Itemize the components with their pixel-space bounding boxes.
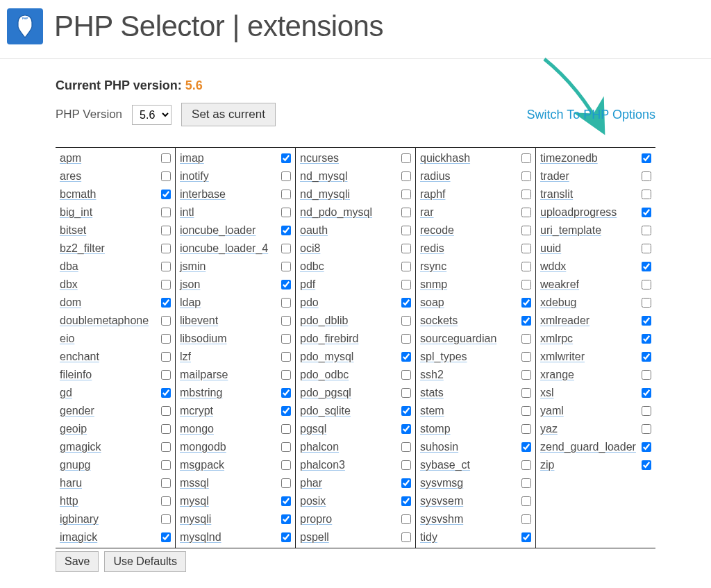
extension-name-link[interactable]: sysvmsg [420, 477, 463, 489]
extension-checkbox[interactable] [521, 460, 531, 470]
extension-name-link[interactable]: dom [60, 296, 81, 309]
extension-checkbox[interactable] [161, 442, 171, 452]
extension-checkbox[interactable] [281, 442, 291, 452]
extension-checkbox[interactable] [161, 316, 171, 326]
extension-name-link[interactable]: libsodium [180, 333, 227, 345]
extension-name-link[interactable]: sysvshm [420, 513, 463, 526]
extension-checkbox[interactable] [281, 208, 291, 217]
extension-name-link[interactable]: libevent [180, 314, 218, 327]
extension-checkbox[interactable] [401, 262, 411, 271]
extension-name-link[interactable]: uri_template [540, 224, 601, 237]
extension-name-link[interactable]: uuid [540, 242, 561, 255]
extension-name-link[interactable]: odbc [300, 260, 324, 273]
extension-name-link[interactable]: mysql [180, 495, 209, 507]
extension-name-link[interactable]: posix [300, 495, 326, 507]
extension-name-link[interactable]: nd_mysql [300, 170, 347, 183]
extension-checkbox[interactable] [521, 478, 531, 488]
extension-name-link[interactable]: pdo [300, 296, 319, 309]
extension-checkbox[interactable] [642, 153, 651, 163]
extension-checkbox[interactable] [281, 153, 291, 163]
extension-name-link[interactable]: sysvsem [420, 495, 463, 507]
extension-name-link[interactable]: propro [300, 513, 332, 526]
extension-name-link[interactable]: gnupg [60, 459, 91, 471]
extension-name-link[interactable]: sybase_ct [420, 459, 470, 471]
extension-checkbox[interactable] [161, 226, 171, 235]
extension-checkbox[interactable] [642, 334, 651, 344]
extension-checkbox[interactable] [401, 153, 411, 163]
extension-checkbox[interactable] [521, 153, 531, 163]
extension-checkbox[interactable] [521, 316, 531, 326]
extension-name-link[interactable]: ssh2 [420, 369, 444, 381]
extension-checkbox[interactable] [161, 334, 171, 344]
set-as-current-button[interactable]: Set as current [181, 103, 276, 126]
extension-checkbox[interactable] [521, 532, 531, 542]
extension-name-link[interactable]: suhosin [420, 441, 458, 453]
extension-checkbox[interactable] [161, 496, 171, 506]
extension-checkbox[interactable] [401, 244, 411, 253]
extension-checkbox[interactable] [401, 298, 411, 308]
extension-name-link[interactable]: tidy [420, 531, 437, 544]
extension-name-link[interactable]: xmlrpc [540, 333, 573, 345]
extension-checkbox[interactable] [281, 298, 291, 308]
extension-name-link[interactable]: pspell [300, 531, 329, 544]
extension-checkbox[interactable] [521, 424, 531, 434]
extension-checkbox[interactable] [642, 171, 651, 181]
extension-name-link[interactable]: radius [420, 170, 451, 183]
extension-checkbox[interactable] [161, 406, 171, 416]
extension-name-link[interactable]: igbinary [60, 513, 99, 526]
extension-name-link[interactable]: bz2_filter [60, 242, 105, 255]
extension-name-link[interactable]: gmagick [60, 441, 101, 453]
extension-name-link[interactable]: trader [540, 170, 569, 183]
extension-name-link[interactable]: dba [60, 260, 78, 273]
extension-checkbox[interactable] [521, 208, 531, 217]
extension-name-link[interactable]: uploadprogress [540, 206, 617, 219]
extension-checkbox[interactable] [161, 478, 171, 488]
extension-name-link[interactable]: geoip [60, 423, 87, 435]
extension-name-link[interactable]: mongo [180, 423, 214, 435]
extension-checkbox[interactable] [642, 442, 651, 452]
extension-name-link[interactable]: inotify [180, 170, 209, 183]
extension-checkbox[interactable] [161, 298, 171, 308]
extension-name-link[interactable]: gd [60, 387, 72, 399]
extension-checkbox[interactable] [161, 262, 171, 271]
extension-checkbox[interactable] [521, 496, 531, 506]
extension-name-link[interactable]: mcrypt [180, 405, 213, 417]
extension-checkbox[interactable] [401, 190, 411, 199]
extension-name-link[interactable]: redis [420, 242, 444, 255]
extension-name-link[interactable]: soap [420, 296, 444, 309]
extension-checkbox[interactable] [281, 370, 291, 380]
extension-checkbox[interactable] [281, 244, 291, 253]
extension-checkbox[interactable] [281, 532, 291, 542]
extension-checkbox[interactable] [521, 244, 531, 253]
extension-checkbox[interactable] [161, 370, 171, 380]
extension-name-link[interactable]: sockets [420, 314, 458, 327]
extension-name-link[interactable]: oci8 [300, 242, 320, 255]
extension-name-link[interactable]: snmp [420, 278, 447, 291]
extension-name-link[interactable]: stem [420, 405, 444, 417]
extension-name-link[interactable]: json [180, 278, 200, 291]
extension-name-link[interactable]: pgsql [300, 423, 326, 435]
extension-name-link[interactable]: pdf [300, 278, 315, 291]
extension-checkbox[interactable] [401, 388, 411, 398]
extension-checkbox[interactable] [401, 316, 411, 326]
extension-checkbox[interactable] [521, 171, 531, 181]
extension-name-link[interactable]: pdo_mysql [300, 351, 353, 363]
extension-name-link[interactable]: raphf [420, 188, 445, 201]
extension-name-link[interactable]: rar [420, 206, 434, 219]
extension-name-link[interactable]: imagick [60, 531, 97, 544]
extension-checkbox[interactable] [161, 208, 171, 217]
extension-name-link[interactable]: zip [540, 459, 554, 471]
extension-checkbox[interactable] [281, 460, 291, 470]
extension-name-link[interactable]: xmlreader [540, 314, 589, 327]
extension-name-link[interactable]: fileinfo [60, 369, 92, 381]
extension-checkbox[interactable] [401, 514, 411, 524]
extension-name-link[interactable]: pdo_odbc [300, 369, 349, 381]
extension-name-link[interactable]: sourceguardian [420, 333, 496, 345]
extension-checkbox[interactable] [401, 171, 411, 181]
extension-checkbox[interactable] [642, 406, 651, 416]
extension-checkbox[interactable] [281, 352, 291, 362]
extension-name-link[interactable]: ldap [180, 296, 201, 309]
extension-checkbox[interactable] [281, 190, 291, 199]
extension-name-link[interactable]: gender [60, 405, 94, 417]
extension-checkbox[interactable] [521, 334, 531, 344]
